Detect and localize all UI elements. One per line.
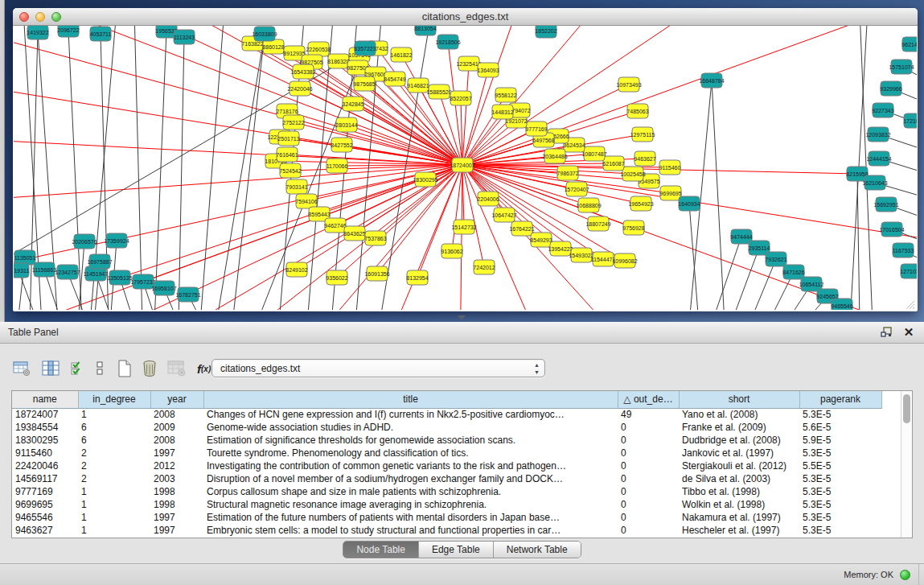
graph-node[interactable]: 9699695	[659, 186, 681, 200]
graph-node[interactable]: 1640934	[678, 196, 700, 211]
graph-node[interactable]: 7986372	[556, 166, 578, 180]
table-row[interactable]: 1456911722003Disruption of a novel membe…	[12, 472, 881, 485]
graph-edge[interactable]	[337, 165, 462, 278]
table-row[interactable]: 946362711997Embryonic stem cells: a mode…	[12, 524, 881, 537]
graph-node[interactable]: 16975887	[87, 254, 112, 269]
graph-edge[interactable]	[731, 248, 759, 310]
graph-node[interactable]: 10688809	[576, 198, 601, 212]
graph-node[interactable]: 1364093	[477, 63, 499, 77]
column-header-out-degree[interactable]: △ out_de…	[618, 391, 679, 408]
graph-node[interactable]: 8454749	[384, 72, 405, 86]
memory-status-icon[interactable]	[900, 570, 910, 580]
graph-node[interactable]: 22420046	[287, 81, 312, 96]
graph-node[interactable]: 16782751	[175, 287, 200, 302]
graph-node[interactable]: 9463627	[634, 151, 655, 166]
graph-node[interactable]: 8813054	[414, 26, 436, 35]
graph-node[interactable]: 9465546	[831, 299, 852, 310]
table-row[interactable]: 2242004622012Investigating the contribut…	[12, 459, 881, 472]
tab-node-table[interactable]: Node Table	[343, 542, 419, 558]
graph-node[interactable]: 1135051	[14, 250, 36, 265]
tab-network-table[interactable]: Network Table	[494, 542, 581, 558]
graph-node[interactable]: 16648784	[699, 73, 724, 88]
graph-node[interactable]: 1461822	[390, 47, 412, 62]
graph-node[interactable]: 15142732	[451, 220, 476, 234]
show-columns-icon[interactable]	[42, 360, 60, 377]
graph-node[interactable]: 16958107	[151, 281, 176, 295]
graph-node[interactable]: 19654923	[628, 196, 653, 211]
graph-node[interactable]: 12975115	[630, 127, 655, 142]
graph-node[interactable]: 17016504	[879, 222, 904, 237]
graph-node[interactable]: 10996082	[612, 253, 637, 268]
splitter-handle[interactable]	[458, 315, 466, 320]
delete-table-icon[interactable]	[142, 360, 158, 377]
graph-node[interactable]: 16764221	[509, 221, 534, 236]
graph-node[interactable]: 10807487	[581, 146, 606, 161]
network-window[interactable]: citations_edges.txt 18724007716382288601…	[13, 8, 918, 311]
float-panel-icon[interactable]	[879, 326, 893, 339]
graph-node[interactable]: 1271033	[900, 264, 917, 278]
graph-node[interactable]: 18724007	[450, 158, 474, 172]
graph-node[interactable]: 1167533	[893, 243, 914, 257]
graph-node[interactable]: 7616461	[276, 147, 298, 162]
graph-node[interactable]: 18807249	[585, 216, 610, 231]
column-header-title[interactable]: title	[203, 391, 618, 408]
graph-node[interactable]: 7537863	[364, 231, 386, 245]
graph-node[interactable]: 8643625	[343, 226, 365, 241]
graph-node[interactable]: 1419322	[27, 26, 48, 39]
graph-node[interactable]: 8522057	[450, 91, 471, 105]
graph-node[interactable]: 16091356	[364, 266, 389, 281]
graph-edge[interactable]	[462, 112, 503, 165]
graph-node[interactable]: 7932621	[765, 252, 786, 266]
graph-edge[interactable]	[297, 165, 462, 187]
column-header-pagerank[interactable]: pagerank	[799, 391, 881, 408]
column-header-name[interactable]: name	[12, 391, 78, 408]
table-row[interactable]: 969969511998Structural magnetic resonanc…	[12, 498, 881, 511]
graph-node[interactable]: 20364486	[542, 149, 567, 163]
column-header-short[interactable]: short	[679, 391, 799, 408]
graph-node[interactable]: 9329966	[880, 81, 901, 96]
network-canvas[interactable]: 1872400771638228860128891293522260538982…	[14, 26, 917, 310]
table-row[interactable]: 977716911998Corpus callosum shape and si…	[12, 485, 881, 498]
graph-node[interactable]: 13505135	[107, 270, 132, 285]
scrollbar-thumb[interactable]	[903, 394, 910, 423]
graph-node[interactable]: 1170066	[326, 159, 348, 173]
graph-edge[interactable]	[179, 37, 184, 310]
graph-node[interactable]: 7594106	[295, 194, 317, 208]
graph-node[interactable]: 9227343	[872, 103, 893, 117]
graph-node[interactable]: 9136062	[441, 244, 462, 258]
graph-node[interactable]: 9558122	[495, 88, 516, 102]
table-row[interactable]: 946554611997Estimation of the future num…	[12, 511, 881, 524]
graph-node[interactable]: 7524542	[279, 163, 301, 178]
graph-edge[interactable]	[232, 34, 265, 310]
graph-node[interactable]: 8471626	[782, 265, 804, 279]
graph-node[interactable]: 2501713	[277, 131, 299, 146]
graph-node[interactable]: 7242012	[473, 260, 495, 274]
graph-node[interactable]: 8357223	[354, 41, 376, 56]
network-window-titlebar[interactable]: citations_edges.txt	[13, 8, 918, 26]
graph-node[interactable]: 19218506	[435, 35, 460, 49]
graph-node[interactable]: 16210643	[862, 175, 887, 190]
graph-node[interactable]: 3242845	[342, 97, 363, 111]
table-selector-dropdown[interactable]: citations_edges.txt ▲▼	[211, 359, 545, 377]
graph-node[interactable]: 8249102	[285, 262, 307, 277]
graph-node[interactable]: 6216087	[602, 156, 624, 171]
table-row[interactable]: 1938455462009Genome-wide association stu…	[12, 421, 881, 434]
graph-node[interactable]: 7485063	[626, 104, 648, 118]
table-mode-icon[interactable]	[13, 360, 31, 377]
graph-node[interactable]: 8549293	[530, 233, 552, 247]
graph-node[interactable]: 4053711	[90, 27, 112, 41]
graph-node[interactable]: 1113243	[174, 30, 195, 44]
new-table-icon[interactable]	[117, 360, 132, 377]
column-header-in-degree[interactable]: in_degree	[78, 391, 150, 408]
graph-node[interactable]: 1448312	[491, 105, 513, 119]
resize-grip[interactable]	[906, 299, 915, 308]
graph-node[interactable]: 2204006	[477, 192, 499, 206]
graph-edge[interactable]	[712, 80, 725, 310]
graph-edge[interactable]	[689, 80, 712, 310]
graph-node[interactable]: 12342757	[55, 265, 80, 279]
select-columns-icon[interactable]	[70, 360, 84, 377]
graph-node[interactable]: 2752122	[282, 115, 304, 130]
graph-node[interactable]: 22260538	[306, 42, 331, 56]
graph-edge[interactable]	[460, 165, 462, 310]
graph-node[interactable]: 9356022	[326, 270, 347, 285]
